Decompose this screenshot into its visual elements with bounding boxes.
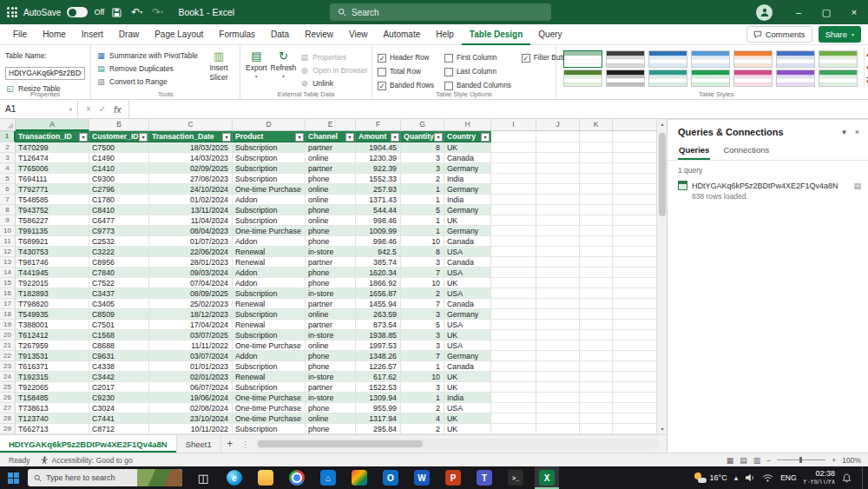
cell-D17[interactable]: Renewal <box>233 299 306 309</box>
cell-J25[interactable] <box>536 382 580 393</box>
cell-J4[interactable] <box>536 163 580 174</box>
cell-K7[interactable] <box>580 195 613 205</box>
excel-icon[interactable]: X <box>535 466 559 489</box>
cell-H10[interactable]: Germany <box>444 226 491 236</box>
cell-F1[interactable]: Amount▾ <box>356 131 401 142</box>
word-icon[interactable]: W <box>410 466 434 489</box>
cell-J1[interactable] <box>536 131 580 142</box>
cell-F16[interactable]: 1656.87 <box>356 288 401 299</box>
cell-F21[interactable]: 1997.53 <box>356 340 401 351</box>
cell-K24[interactable] <box>580 372 613 382</box>
cell-E16[interactable]: in-store <box>306 288 356 299</box>
cell-G7[interactable]: 1 <box>401 195 444 205</box>
filter-dropdown-icon[interactable]: ▾ <box>139 133 148 142</box>
save-button[interactable] <box>110 8 123 17</box>
cell-J19[interactable] <box>536 320 580 330</box>
cell-E26[interactable]: in-store <box>306 393 356 403</box>
ribbon-tab-table-design[interactable]: Table Design <box>462 24 531 45</box>
filter-dropdown-icon[interactable]: ▾ <box>79 133 88 142</box>
cell-J28[interactable] <box>536 413 580 424</box>
column-header-F[interactable]: F <box>356 119 401 131</box>
row-header-9[interactable]: 9 <box>0 215 16 226</box>
zoom-level[interactable]: 100% <box>842 456 861 465</box>
cell-A23[interactable]: T616371 <box>16 361 89 372</box>
cell-B10[interactable]: C9773 <box>89 226 149 236</box>
cell-F5[interactable]: 1552.33 <box>356 174 401 184</box>
sheet-tab-hdtygakq6kp5z2bdtpw4xe2f1qv4a8n[interactable]: HDtYGAKq6kP5z2BDtPw4XE2F1Qv4a8N <box>0 435 177 453</box>
cell-E4[interactable]: partner <box>306 163 356 174</box>
cell-D13[interactable]: Renewal <box>233 257 306 268</box>
cell-D11[interactable]: Addon <box>233 236 306 247</box>
cell-E20[interactable]: in-store <box>306 330 356 340</box>
photos-icon[interactable] <box>347 466 372 489</box>
ribbon-tab-page-layout[interactable]: Page Layout <box>147 24 211 45</box>
vertical-scroll-thumb[interactable] <box>659 133 666 216</box>
row-header-11[interactable]: 11 <box>0 236 16 247</box>
cell-I3[interactable] <box>491 153 536 163</box>
cell-D12[interactable]: Renewal <box>233 247 306 257</box>
teams-icon[interactable]: T <box>472 466 496 489</box>
cell-B18[interactable]: C8509 <box>89 309 149 320</box>
cell-D18[interactable]: Subscription <box>233 309 306 320</box>
row-header-3[interactable]: 3 <box>0 153 16 163</box>
cell-C21[interactable]: 11/11/2022 <box>149 340 233 351</box>
cell-A7[interactable]: T548585 <box>16 195 89 205</box>
search-highlight-image[interactable] <box>137 469 182 486</box>
cell-J29[interactable] <box>536 424 580 434</box>
cell-E15[interactable]: phone <box>306 278 356 288</box>
cell-G10[interactable]: 1 <box>401 226 444 236</box>
terminal-icon[interactable]: >_ <box>503 466 528 489</box>
cell-K22[interactable] <box>580 351 613 361</box>
cell-G22[interactable]: 7 <box>401 351 444 361</box>
query-list-item[interactable]: HDtYGAKq6kP5z2BDtPw4XE2F1Qv4a8N ▤ <box>667 178 868 191</box>
table-style-swatch[interactable] <box>691 50 730 68</box>
cell-E3[interactable]: online <box>306 153 356 163</box>
cell-E23[interactable]: phone <box>306 361 356 372</box>
cell-H23[interactable]: Canada <box>444 361 491 372</box>
cell-F7[interactable]: 1371.43 <box>356 195 401 205</box>
cell-C10[interactable]: 08/04/2023 <box>149 226 233 236</box>
row-header-28[interactable]: 28 <box>0 413 16 424</box>
cell-B4[interactable]: C1410 <box>89 163 149 174</box>
cell-B20[interactable]: C1568 <box>89 330 149 340</box>
cell-C16[interactable]: 08/09/2025 <box>149 288 233 299</box>
cell-J24[interactable] <box>536 372 580 382</box>
cell-C4[interactable]: 02/09/2025 <box>149 163 233 174</box>
cell-H21[interactable]: USA <box>444 340 491 351</box>
cell-E7[interactable]: online <box>306 195 356 205</box>
cell-I12[interactable] <box>491 247 536 257</box>
cell-F26[interactable]: 1309.94 <box>356 393 401 403</box>
cell-H15[interactable]: UK <box>444 278 491 288</box>
table-style-swatch[interactable] <box>776 50 815 68</box>
cell-B12[interactable]: C3222 <box>89 247 149 257</box>
insert-slicer-button[interactable]: ▥ Insert Slicer <box>203 49 234 88</box>
cell-C27[interactable]: 02/08/2024 <box>149 403 233 413</box>
cell-K13[interactable] <box>580 257 613 268</box>
cell-C11[interactable]: 01/07/2023 <box>149 236 233 247</box>
cell-J18[interactable] <box>536 309 580 320</box>
cell-A21[interactable]: T267959 <box>16 340 89 351</box>
cell-A9[interactable]: T586227 <box>16 215 89 226</box>
cell-A27[interactable]: T738613 <box>16 403 89 413</box>
cell-B8[interactable]: C8410 <box>89 205 149 215</box>
cell-G14[interactable]: 7 <box>401 268 444 278</box>
cell-C20[interactable]: 03/07/2025 <box>149 330 233 340</box>
show-desktop-button[interactable] <box>862 466 865 489</box>
cell-B24[interactable]: C3442 <box>89 372 149 382</box>
cell-J20[interactable] <box>536 330 580 340</box>
cell-B21[interactable]: C8688 <box>89 340 149 351</box>
cell-B5[interactable]: C9300 <box>89 174 149 184</box>
checkbox-filter-button[interactable]: ✓ <box>522 54 530 63</box>
powerpoint-icon[interactable]: P <box>441 466 465 489</box>
row-header-2[interactable]: 2 <box>0 142 16 153</box>
cell-H24[interactable]: UK <box>444 372 491 382</box>
external-properties-button[interactable]: ▤ Properties <box>299 50 367 63</box>
cell-G24[interactable]: 10 <box>401 372 444 382</box>
cell-F23[interactable]: 1226.57 <box>356 361 401 372</box>
cell-H5[interactable]: India <box>444 174 491 184</box>
row-header-27[interactable]: 27 <box>0 403 16 413</box>
cell-H2[interactable]: UK <box>444 142 491 153</box>
row-header-5[interactable]: 5 <box>0 174 16 184</box>
cell-B22[interactable]: C9631 <box>89 351 149 361</box>
cell-G15[interactable]: 10 <box>401 278 444 288</box>
